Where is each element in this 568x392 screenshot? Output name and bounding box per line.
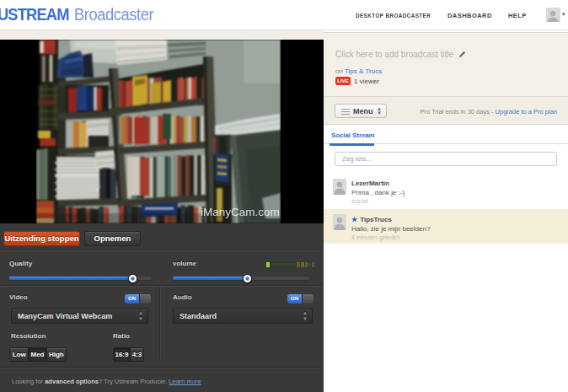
svg-text:iManyCam.com: iManyCam.com xyxy=(201,206,280,218)
